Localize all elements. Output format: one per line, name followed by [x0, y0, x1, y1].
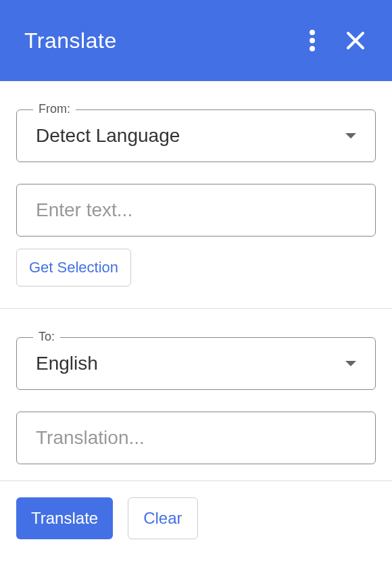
from-language-select[interactable]: From: Detect Language	[16, 109, 376, 162]
svg-point-1	[310, 38, 315, 43]
get-selection-button[interactable]: Get Selection	[16, 249, 131, 287]
to-label: To:	[33, 330, 60, 344]
more-icon[interactable]	[295, 23, 330, 58]
page-title: Translate	[24, 28, 287, 53]
translation-output[interactable]	[16, 412, 376, 464]
translate-button[interactable]: Translate	[16, 497, 113, 539]
to-section: To: English	[0, 309, 392, 480]
header: Translate	[0, 0, 392, 81]
chevron-down-icon	[345, 133, 356, 139]
svg-point-2	[310, 46, 315, 51]
source-text-input[interactable]	[16, 184, 376, 237]
to-value: English	[36, 353, 345, 374]
to-language-select[interactable]: To: English	[16, 337, 376, 390]
clear-button[interactable]: Clear	[128, 497, 197, 539]
footer: Translate Clear	[0, 480, 392, 555]
from-value: Detect Language	[36, 125, 345, 147]
svg-point-0	[310, 30, 315, 35]
from-section: From: Detect Language Get Selection	[0, 81, 392, 287]
chevron-down-icon	[345, 361, 356, 366]
from-label: From:	[33, 102, 76, 116]
close-icon[interactable]	[338, 23, 373, 58]
